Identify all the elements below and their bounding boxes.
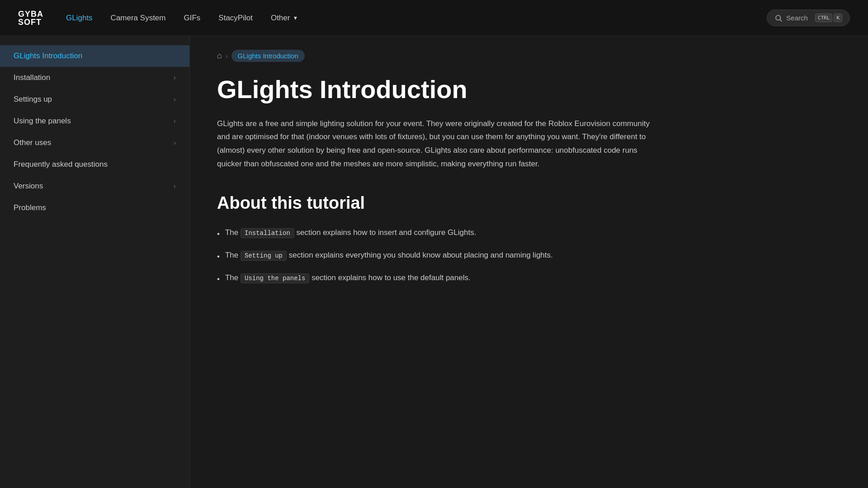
chevron-right-icon: › — [174, 139, 176, 147]
chevron-down-icon: ▼ — [292, 15, 298, 21]
search-button[interactable]: Search CTRL K — [767, 9, 850, 26]
bullet-installation: • The Installation section explains how … — [217, 226, 624, 240]
breadcrumb-separator: › — [226, 52, 228, 60]
sidebar-item-problems[interactable]: Problems — [0, 197, 189, 219]
inline-code-setting-up: Setting up — [241, 251, 287, 261]
sidebar-item-installation[interactable]: Installation › — [0, 67, 189, 89]
nav-gifs[interactable]: GIFs — [184, 14, 200, 23]
tutorial-bullets: • The Installation section explains how … — [217, 226, 624, 286]
svg-point-0 — [776, 15, 781, 20]
search-icon — [774, 14, 783, 22]
bullet-dot: • — [217, 273, 220, 285]
nav-other[interactable]: Other ▼ — [271, 14, 298, 23]
breadcrumb-home-icon[interactable]: ⌂ — [217, 51, 222, 61]
sidebar-item-other-uses[interactable]: Other uses › — [0, 132, 189, 154]
bullet-using-panels: • The Using the panels section explains … — [217, 272, 624, 285]
search-shortcut: CTRL K — [815, 14, 842, 22]
sidebar-item-using-panels[interactable]: Using the panels › — [0, 110, 189, 132]
breadcrumb-current: GLights Introduction — [231, 50, 305, 62]
bullet-setting-up: • The Setting up section explains everyt… — [217, 249, 624, 263]
nav-glights[interactable]: GLights — [66, 14, 93, 23]
bullet-dot: • — [217, 228, 220, 240]
sidebar-item-versions[interactable]: Versions › — [0, 175, 189, 197]
inline-code-installation: Installation — [241, 228, 294, 238]
brand-logo[interactable]: GYBA SOFT — [18, 10, 43, 26]
page-layout: GLights Introduction Installation › Sett… — [0, 36, 868, 488]
sidebar-item-faq[interactable]: Frequently asked questions — [0, 154, 189, 175]
page-title: GLights Introduction — [217, 75, 841, 103]
nav-camera-system[interactable]: Camera System — [111, 14, 166, 23]
nav-links: GLights Camera System GIFs StacyPilot Ot… — [66, 14, 767, 23]
sidebar-item-glights-intro[interactable]: GLights Introduction — [0, 45, 189, 67]
section-title-about: About this tutorial — [217, 193, 841, 213]
main-content: ⌂ › GLights Introduction GLights Introdu… — [190, 36, 868, 488]
chevron-right-icon: › — [174, 117, 176, 125]
sidebar: GLights Introduction Installation › Sett… — [0, 36, 190, 488]
svg-line-1 — [780, 19, 782, 21]
chevron-right-icon: › — [174, 95, 176, 103]
chevron-right-icon: › — [174, 182, 176, 190]
sidebar-item-settings-up[interactable]: Settings up › — [0, 89, 189, 110]
chevron-right-icon: › — [174, 74, 176, 82]
bullet-dot: • — [217, 250, 220, 263]
breadcrumb: ⌂ › GLights Introduction — [217, 50, 841, 62]
intro-paragraph: GLights are a free and simple lighting s… — [217, 117, 651, 171]
nav-stacypilot[interactable]: StacyPilot — [218, 14, 253, 23]
inline-code-using-panels: Using the panels — [241, 273, 309, 283]
top-navigation: GYBA SOFT GLights Camera System GIFs Sta… — [0, 0, 868, 36]
